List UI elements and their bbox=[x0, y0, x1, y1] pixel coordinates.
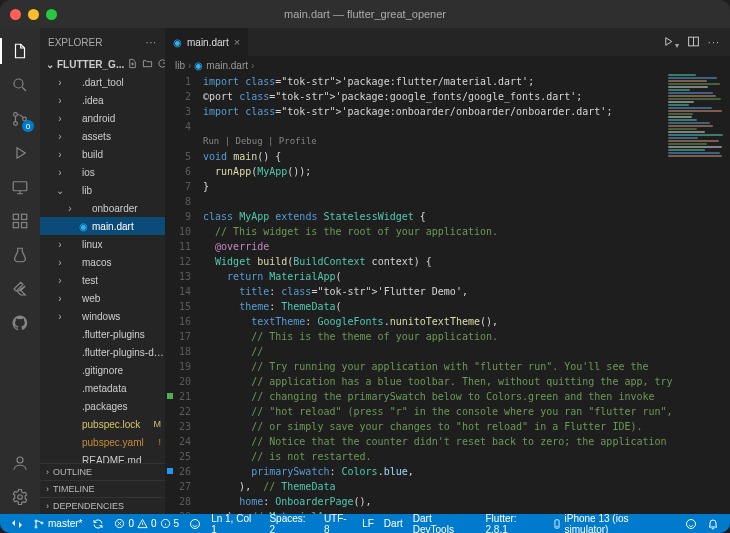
code-line[interactable]: // bbox=[203, 344, 730, 359]
minimap[interactable] bbox=[668, 74, 728, 154]
folder-item[interactable]: ⌄lib bbox=[40, 181, 165, 199]
project-header[interactable]: ⌄ FLUTTER_G... bbox=[40, 56, 165, 73]
file-item[interactable]: .gitignore bbox=[40, 361, 165, 379]
activity-remote[interactable] bbox=[0, 170, 40, 204]
code-line[interactable]: return MaterialApp( bbox=[203, 269, 730, 284]
code-line[interactable] bbox=[203, 194, 730, 209]
status-encoding[interactable]: UTF-8 bbox=[319, 514, 357, 533]
code-line[interactable]: primarySwatch: Colors.blue, bbox=[203, 464, 730, 479]
activity-flutter[interactable] bbox=[0, 272, 40, 306]
status-sync[interactable] bbox=[87, 514, 109, 533]
folder-item[interactable]: ›onboarder bbox=[40, 199, 165, 217]
more-actions-icon[interactable]: ··· bbox=[708, 36, 720, 48]
sidebar-panel-outline[interactable]: ›OUTLINE bbox=[40, 463, 165, 480]
line-number: 28 bbox=[165, 494, 191, 509]
folder-item[interactable]: ›.dart_tool bbox=[40, 73, 165, 91]
breadcrumb[interactable]: lib › ◉ main.dart › bbox=[165, 56, 730, 74]
file-item[interactable]: .flutter-plugins bbox=[40, 325, 165, 343]
activity-search[interactable] bbox=[0, 68, 40, 102]
code-line[interactable]: // application has a blue toolbar. Then,… bbox=[203, 374, 730, 389]
code-line[interactable]: theme: ThemeData( bbox=[203, 299, 730, 314]
file-item[interactable]: README.md bbox=[40, 451, 165, 463]
code-line[interactable]: home: OnboarderPage(), bbox=[203, 494, 730, 509]
code-line[interactable]: void main() { bbox=[203, 149, 730, 164]
folder-item[interactable]: ›.idea bbox=[40, 91, 165, 109]
status-branch[interactable]: master* bbox=[28, 514, 87, 533]
code-line[interactable]: // Try running your application with "fl… bbox=[203, 359, 730, 374]
file-item[interactable]: .packages bbox=[40, 397, 165, 415]
sidebar-more-icon[interactable]: ··· bbox=[146, 37, 157, 48]
new-folder-icon[interactable] bbox=[142, 58, 153, 71]
status-eol[interactable]: LF bbox=[357, 514, 379, 533]
sidebar-panel-dependencies[interactable]: ›DEPENDENCIES bbox=[40, 497, 165, 514]
code-content[interactable]: import class="tok-str">'package:flutter/… bbox=[201, 74, 730, 514]
code-line[interactable]: title: class="tok-str">'Flutter Demo', bbox=[203, 284, 730, 299]
new-file-icon[interactable] bbox=[127, 58, 138, 71]
run-icon[interactable]: ▾ bbox=[662, 35, 679, 50]
folder-item[interactable]: ›ios bbox=[40, 163, 165, 181]
folder-item[interactable]: ›build bbox=[40, 145, 165, 163]
breadcrumb-part[interactable]: lib bbox=[175, 60, 185, 71]
file-item[interactable]: ◉main.dart bbox=[40, 217, 165, 235]
code-line[interactable]: import class="tok-str">'package:onboarde… bbox=[203, 104, 730, 119]
code-line[interactable]: runApp(MyApp()); bbox=[203, 164, 730, 179]
folder-item[interactable]: ›linux bbox=[40, 235, 165, 253]
activity-account[interactable] bbox=[0, 446, 40, 480]
status-ports[interactable] bbox=[184, 514, 206, 533]
activity-testing[interactable] bbox=[0, 238, 40, 272]
folder-item[interactable]: ›macos bbox=[40, 253, 165, 271]
code-line[interactable]: // Notice that the counter didn't reset … bbox=[203, 434, 730, 449]
file-item[interactable]: .metadata bbox=[40, 379, 165, 397]
code-line[interactable]: textTheme: GoogleFonts.nunitoTextTheme()… bbox=[203, 314, 730, 329]
code-line[interactable]: // or simply save your changes to "hot r… bbox=[203, 419, 730, 434]
status-spaces[interactable]: Spaces: 2 bbox=[264, 514, 318, 533]
folder-item[interactable]: ›web bbox=[40, 289, 165, 307]
code-line[interactable]: import class="tok-str">'package:flutter/… bbox=[203, 74, 730, 89]
code-line[interactable] bbox=[203, 119, 730, 134]
code-line[interactable]: @override bbox=[203, 239, 730, 254]
activity-github[interactable] bbox=[0, 306, 40, 340]
close-tab-icon[interactable]: × bbox=[234, 36, 240, 48]
activity-run-debug[interactable] bbox=[0, 136, 40, 170]
activity-source-control[interactable]: 0 bbox=[0, 102, 40, 136]
folder-item[interactable]: ›android bbox=[40, 109, 165, 127]
breadcrumb-part[interactable]: main.dart bbox=[206, 60, 248, 71]
status-feedback[interactable] bbox=[680, 514, 702, 533]
status-devtools[interactable]: Dart DevTools bbox=[408, 514, 481, 533]
code-line[interactable]: // This is the theme of your application… bbox=[203, 329, 730, 344]
zoom-window-button[interactable] bbox=[46, 9, 57, 20]
status-flutter[interactable]: Flutter: 2.8.1 bbox=[481, 514, 547, 533]
scm-badge: 0 bbox=[22, 120, 34, 132]
minimize-window-button[interactable] bbox=[28, 9, 39, 20]
codelens[interactable]: Run | Debug | Profile bbox=[203, 134, 730, 149]
code-line[interactable]: class MyApp extends StatelessWidget { bbox=[203, 209, 730, 224]
close-window-button[interactable] bbox=[10, 9, 21, 20]
code-line[interactable]: // changing the primarySwatch below to C… bbox=[203, 389, 730, 404]
activity-explorer[interactable] bbox=[0, 34, 40, 68]
sidebar-panel-timeline[interactable]: ›TIMELINE bbox=[40, 480, 165, 497]
folder-item[interactable]: ›windows bbox=[40, 307, 165, 325]
file-item[interactable]: .flutter-plugins-depende.. bbox=[40, 343, 165, 361]
code-line[interactable]: Widget build(BuildContext context) { bbox=[203, 254, 730, 269]
status-problems[interactable]: 0 0 5 bbox=[109, 514, 184, 533]
activity-extensions[interactable] bbox=[0, 204, 40, 238]
activity-settings[interactable] bbox=[0, 480, 40, 514]
code-line[interactable]: // "hot reload" (press "r" in the consol… bbox=[203, 404, 730, 419]
file-item[interactable]: pubspec.yaml! bbox=[40, 433, 165, 451]
code-line[interactable]: ©port class="tok-str">'package:google_fo… bbox=[203, 89, 730, 104]
code-line[interactable]: } bbox=[203, 179, 730, 194]
status-bell[interactable] bbox=[702, 514, 724, 533]
status-remote[interactable] bbox=[6, 514, 28, 533]
folder-item[interactable]: ›test bbox=[40, 271, 165, 289]
folder-item[interactable]: ›assets bbox=[40, 127, 165, 145]
tab-main-dart[interactable]: ◉ main.dart × bbox=[165, 28, 249, 56]
code-line[interactable]: // is not restarted. bbox=[203, 449, 730, 464]
status-cursor[interactable]: Ln 1, Col 1 bbox=[206, 514, 264, 533]
file-item[interactable]: pubspec.lockM bbox=[40, 415, 165, 433]
code-line[interactable]: // This widget is the root of your appli… bbox=[203, 224, 730, 239]
status-device[interactable]: iPhone 13 (ios simulator) bbox=[547, 514, 680, 533]
code-line[interactable]: ), // ThemeData bbox=[203, 479, 730, 494]
split-editor-icon[interactable] bbox=[687, 35, 700, 50]
code-editor[interactable]: 1234567891011121314151617181920212223242… bbox=[165, 74, 730, 514]
status-language[interactable]: Dart bbox=[379, 514, 408, 533]
